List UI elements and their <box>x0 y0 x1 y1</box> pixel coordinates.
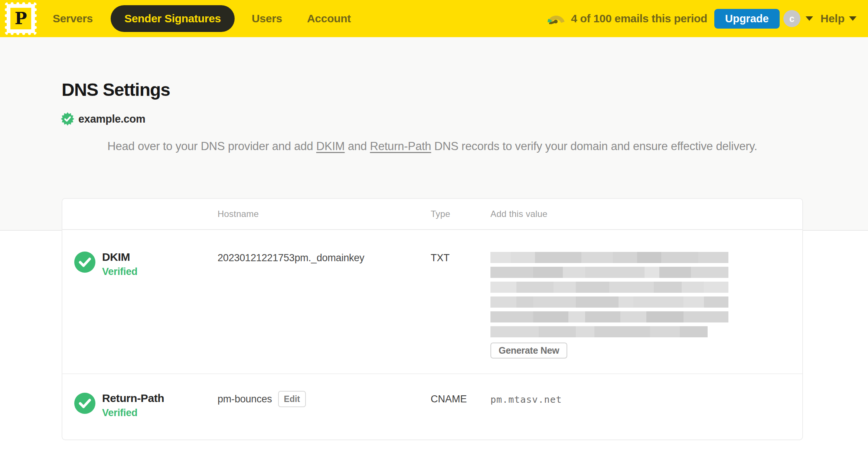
verified-domain: example.com <box>61 112 145 126</box>
column-header-value: Add this value <box>490 209 802 219</box>
nav-item-label: Servers <box>53 12 93 25</box>
top-navbar: P Servers Sender Signatures Users Accoun… <box>0 0 868 37</box>
nav-item-label: Users <box>252 12 282 25</box>
nav-item-label: Account <box>307 12 351 25</box>
record-status: Verified <box>102 266 137 278</box>
verified-check-icon <box>74 252 95 273</box>
redacted-value-row <box>490 282 728 293</box>
verified-check-icon <box>74 393 95 414</box>
domain-name: example.com <box>78 113 145 125</box>
verified-seal-icon <box>61 112 75 126</box>
return-path-link[interactable]: Return-Path <box>370 140 431 153</box>
record-value-redacted: Generate New <box>490 230 802 373</box>
description-text: and <box>345 140 370 153</box>
upgrade-button-label: Upgrade <box>725 13 769 25</box>
table-row-dkim: DKIM Verified 20230121221753pm._domainke… <box>62 230 802 374</box>
record-name: Return-Path <box>102 392 164 405</box>
usage-meter: 4 of 100 emails this period <box>547 0 707 37</box>
nav-item-sender-signatures[interactable]: Sender Signatures <box>111 5 235 32</box>
gauge-icon <box>547 13 565 24</box>
edit-button-label: Edit <box>284 394 300 404</box>
redacted-value-row <box>490 326 708 337</box>
description-text: Head over to your DNS provider and add <box>107 140 316 153</box>
help-menu[interactable]: Help <box>820 0 856 37</box>
column-header-type: Type <box>431 209 490 219</box>
nav-item-account[interactable]: Account <box>307 0 351 37</box>
page-description: Head over to your DNS provider and add D… <box>62 137 803 155</box>
generate-new-label: Generate New <box>499 345 559 356</box>
dkim-link[interactable]: DKIM <box>316 140 345 153</box>
nav-item-users[interactable]: Users <box>252 0 282 37</box>
nav-item-label: Sender Signatures <box>124 12 221 25</box>
avatar: c <box>783 10 800 27</box>
table-row-return-path: Return-Path Verified pm-bounces Edit CNA… <box>62 374 802 439</box>
nav-item-servers[interactable]: Servers <box>53 0 93 37</box>
postmark-logo-stamp: P <box>10 8 31 29</box>
redacted-value-row <box>490 296 728 308</box>
redacted-value-row <box>490 311 728 322</box>
redacted-value-row <box>490 252 728 263</box>
record-hostname: 20230121221753pm._domainkey <box>218 230 431 373</box>
account-avatar-menu[interactable]: c <box>783 0 813 37</box>
record-status: Verified <box>102 407 164 419</box>
record-value: pm.mtasv.net <box>490 394 562 405</box>
generate-new-button[interactable]: Generate New <box>490 343 567 359</box>
logo-letter: P <box>14 10 27 27</box>
avatar-letter: c <box>789 13 794 24</box>
redacted-value-row <box>490 267 728 278</box>
record-hostname: pm-bounces <box>218 393 272 405</box>
upgrade-button[interactable]: Upgrade <box>714 9 780 29</box>
usage-text: 4 of 100 emails this period <box>571 12 707 25</box>
help-label: Help <box>820 12 845 25</box>
description-text: DNS records to verify your domain and en… <box>431 140 757 153</box>
page-title: DNS Settings <box>62 80 170 100</box>
record-type: TXT <box>431 230 490 373</box>
chevron-down-icon <box>849 16 856 21</box>
dns-records-card: Hostname Type Add this value DKIM Verifi… <box>62 198 803 440</box>
edit-hostname-button[interactable]: Edit <box>278 391 306 407</box>
record-type: CNAME <box>431 374 490 439</box>
column-header-hostname: Hostname <box>218 209 431 219</box>
record-name: DKIM <box>102 251 137 263</box>
postmark-logo[interactable]: P <box>7 4 35 33</box>
chevron-down-icon <box>806 16 813 21</box>
table-header-row: Hostname Type Add this value <box>62 199 802 230</box>
